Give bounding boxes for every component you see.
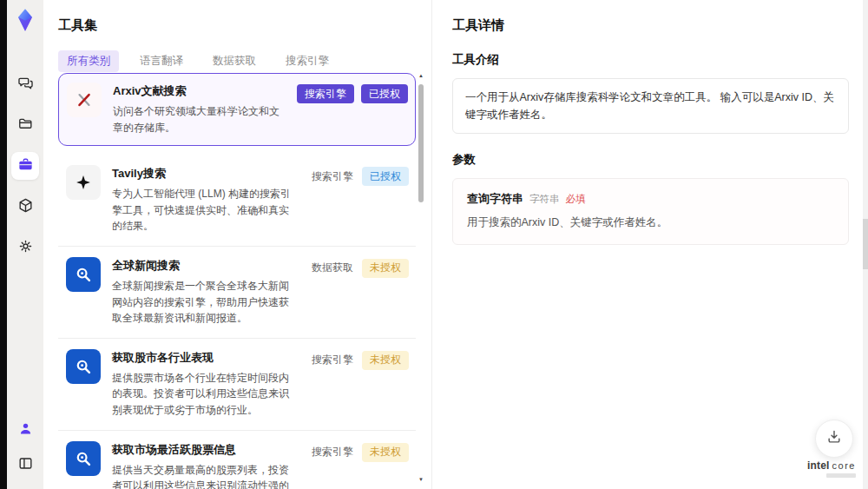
tab-0[interactable]: 所有类别 <box>58 50 119 72</box>
tool-description: 提供股票市场各个行业在特定时间段内的表现。投资者可以利用这些信息来识别表现优于或… <box>112 370 299 419</box>
auth-status-badge: 已授权 <box>362 167 409 186</box>
sidebar-item-settings[interactable] <box>11 234 39 261</box>
param-card: 查询字符串字符串必填用于搜索的Arxiv ID、关键字或作者姓名。 <box>452 178 849 245</box>
tool-title: 获取股市各行业表现 <box>112 350 299 366</box>
category-badge: 搜索引擎 <box>297 84 354 103</box>
arxiv-logo-icon <box>67 83 102 117</box>
param-name: 查询字符串 <box>467 191 523 207</box>
panel-icon <box>17 455 34 475</box>
tool-detail-panel: 工具详情 工具介绍 一个用于从Arxiv存储库搜索科学论文和文章的工具。 输入可… <box>431 0 863 489</box>
intro-box: 一个用于从Arxiv存储库搜索科学论文和文章的工具。 输入可以是Arxiv ID… <box>452 78 849 134</box>
intel-core-logo: intelcore <box>807 459 856 478</box>
detail-title: 工具详情 <box>452 17 849 34</box>
download-icon <box>825 428 843 449</box>
brand-intel: intel <box>807 459 830 472</box>
folder-icon <box>17 116 34 135</box>
auth-status-badge: 未授权 <box>362 443 409 462</box>
user-icon <box>17 420 34 440</box>
category-badge: 搜索引擎 <box>310 351 355 370</box>
window-edge <box>0 0 7 489</box>
tool-card[interactable]: Tavily搜索 专为人工智能代理 (LLM) 构建的搜索引擎工具，可快速提供实… <box>58 155 416 247</box>
sidebar-item-files[interactable] <box>11 111 39 139</box>
auth-status-badge: 未授权 <box>362 259 409 278</box>
window-scrollbar[interactable] <box>863 0 868 489</box>
tool-card[interactable]: Arxiv文献搜索 访问各个研究领域大量科学论文和文章的存储库。 搜索引擎 已授… <box>58 73 416 146</box>
category-badge: 搜索引擎 <box>310 443 355 462</box>
scroll-down-arrow-icon[interactable]: ▼ <box>418 477 424 482</box>
intro-heading: 工具介绍 <box>452 52 849 68</box>
auth-status-badge: 未授权 <box>362 351 409 370</box>
tab-3[interactable]: 搜索引擎 <box>277 50 338 72</box>
brand-core: core <box>832 460 856 471</box>
tool-title: Tavily搜索 <box>112 166 299 182</box>
param-type: 字符串 <box>529 193 560 206</box>
tool-title: 全球新闻搜索 <box>112 258 299 274</box>
tavily-star-icon <box>66 165 101 200</box>
tool-card[interactable]: 获取股市各行业表现 提供股票市场各个行业在特定时间段内的表现。投资者可以利用这些… <box>58 339 416 431</box>
tool-list-panel: 工具集 所有类别语言翻译数据获取搜索引擎 Arxiv文献搜索 访问各个研究领域大… <box>43 0 431 489</box>
chat-icon <box>17 75 34 95</box>
intro-text: 一个用于从Arxiv存储库搜索科学论文和文章的工具。 输入可以是Arxiv ID… <box>465 91 834 121</box>
cube-icon <box>17 197 34 217</box>
auth-status-badge: 已授权 <box>361 84 408 103</box>
sidebar-item-packages[interactable] <box>11 193 39 221</box>
param-required-badge: 必填 <box>566 193 586 206</box>
scrollbar-thumb[interactable] <box>418 84 424 202</box>
stock-search-icon <box>66 349 101 384</box>
param-description: 用于搜索的Arxiv ID、关键字或作者姓名。 <box>467 215 834 230</box>
download-button[interactable] <box>815 420 853 458</box>
sidebar-item-tools[interactable] <box>11 152 39 180</box>
tool-description: 提供当天交易量最高的股票列表，投资者可以利用这些信息来识别流动性强的股票和潜在的… <box>112 462 299 489</box>
tab-1[interactable]: 语言翻译 <box>131 50 192 72</box>
tool-title: 获取市场最活跃股票信息 <box>112 442 299 458</box>
tool-list-scrollbar[interactable]: ▲ ▼ <box>418 73 424 482</box>
nav-icons <box>11 70 39 261</box>
scroll-up-arrow-icon[interactable]: ▲ <box>418 73 424 78</box>
params-list: 查询字符串字符串必填用于搜索的Arxiv ID、关键字或作者姓名。 <box>452 178 849 245</box>
stock-search-icon <box>66 441 101 476</box>
brand-subtext <box>826 473 856 478</box>
news-search-icon <box>66 257 101 292</box>
page-title: 工具集 <box>43 0 431 34</box>
gradient-diamond-logo-icon <box>11 6 39 37</box>
app-logo[interactable] <box>10 6 41 37</box>
params-heading: 参数 <box>452 152 849 168</box>
briefcase-icon <box>17 156 34 176</box>
tool-title: Arxiv文献搜索 <box>113 83 286 99</box>
sidebar-item-chat[interactable] <box>11 70 39 98</box>
sidebar-item-panel-toggle[interactable] <box>11 451 39 479</box>
tool-card[interactable]: 全球新闻搜索 全球新闻搜索是一个聚合全球各大新闻网站内容的搜索引擎，帮助用户快速… <box>58 247 416 339</box>
window-scrollbar-thumb[interactable] <box>863 219 868 269</box>
rail-bottom <box>11 416 39 479</box>
tool-description: 访问各个研究领域大量科学论文和文章的存储库。 <box>113 103 286 135</box>
tool-list: Arxiv文献搜索 访问各个研究领域大量科学论文和文章的存储库。 搜索引擎 已授… <box>58 73 416 489</box>
tool-card[interactable]: 获取市场最活跃股票信息 提供当天交易量最高的股票列表，投资者可以利用这些信息来识… <box>58 431 416 489</box>
category-badge: 数据获取 <box>310 259 355 278</box>
category-tabs: 所有类别语言翻译数据获取搜索引擎 <box>58 50 431 72</box>
gear-icon <box>17 238 34 258</box>
category-badge: 搜索引擎 <box>310 167 355 186</box>
tool-description: 专为人工智能代理 (LLM) 构建的搜索引擎工具，可快速提供实时、准确和真实的结… <box>112 186 299 235</box>
tab-2[interactable]: 数据获取 <box>204 50 265 72</box>
icon-rail <box>7 0 43 489</box>
tool-description: 全球新闻搜索是一个聚合全球各大新闻网站内容的搜索引擎，帮助用户快速获取全球最新资… <box>112 278 299 327</box>
sidebar-item-profile[interactable] <box>11 416 39 444</box>
